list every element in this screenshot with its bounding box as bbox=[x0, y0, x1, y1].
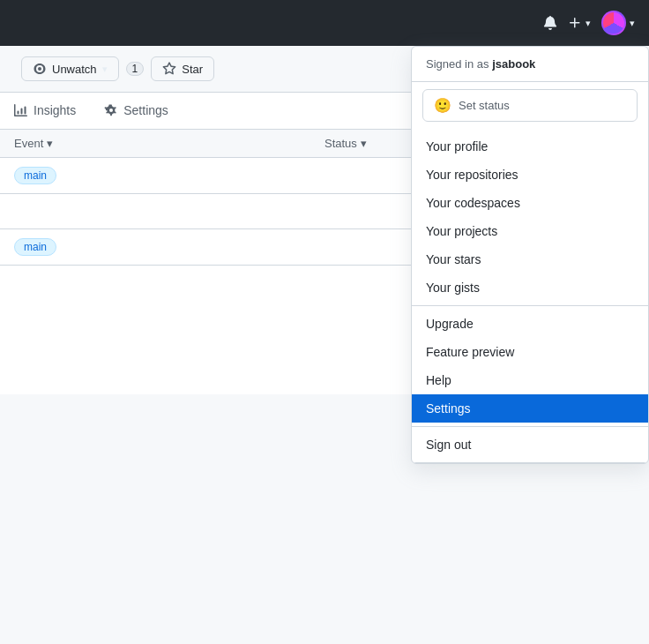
event-caret: ▾ bbox=[47, 137, 53, 150]
smiley-icon: 🙂 bbox=[434, 97, 451, 114]
user-menu-button[interactable]: ▾ bbox=[601, 11, 635, 35]
tab-insights-label: Insights bbox=[34, 103, 76, 117]
user-caret: ▾ bbox=[630, 18, 635, 29]
star-label: Star bbox=[182, 63, 203, 76]
tab-insights[interactable]: Insights bbox=[0, 93, 90, 130]
create-button[interactable]: ▾ bbox=[568, 16, 591, 30]
branch-tag: main bbox=[14, 238, 56, 256]
menu-item-your-codespaces[interactable]: Your codespaces bbox=[412, 189, 648, 217]
menu-item-feature-preview[interactable]: Feature preview bbox=[412, 338, 648, 366]
user-dropdown-menu: Signed in as jsabook 🙂 Set status Your p… bbox=[411, 46, 649, 464]
event-header-label: Event bbox=[14, 137, 43, 150]
top-navigation: ▾ ▾ bbox=[0, 0, 649, 46]
menu-item-your-profile[interactable]: Your profile bbox=[412, 132, 648, 161]
set-status-label: Set status bbox=[459, 99, 510, 112]
menu-item-your-stars[interactable]: Your stars bbox=[412, 245, 648, 273]
dropdown-section-1: Your profile Your repositories Your code… bbox=[412, 129, 648, 306]
menu-item-help[interactable]: Help bbox=[412, 366, 648, 394]
dropdown-section-3: Sign out bbox=[412, 427, 648, 463]
star-button[interactable]: Star bbox=[151, 56, 214, 81]
create-caret: ▾ bbox=[586, 18, 591, 29]
tab-settings-label: Settings bbox=[123, 103, 168, 117]
unwatch-label: Unwatch bbox=[52, 63, 97, 76]
status-header-label: Status bbox=[324, 137, 357, 150]
unwatch-button[interactable]: Unwatch ▾ bbox=[21, 56, 119, 81]
event-filter[interactable]: Event ▾ bbox=[14, 137, 324, 150]
notifications-button[interactable] bbox=[543, 16, 557, 30]
menu-item-upgrade[interactable]: Upgrade bbox=[412, 310, 648, 338]
dropdown-section-2: Upgrade Feature preview Help Settings bbox=[412, 306, 648, 427]
signed-in-header: Signed in as jsabook bbox=[412, 47, 648, 82]
signed-in-prefix: Signed in as bbox=[426, 57, 489, 71]
status-caret: ▾ bbox=[361, 137, 367, 150]
avatar bbox=[601, 11, 626, 35]
menu-item-settings[interactable]: Settings bbox=[412, 394, 648, 423]
unwatch-count: 1 bbox=[126, 62, 145, 76]
set-status-button[interactable]: 🙂 Set status bbox=[422, 89, 638, 122]
menu-item-your-gists[interactable]: Your gists bbox=[412, 273, 648, 302]
menu-item-your-projects[interactable]: Your projects bbox=[412, 217, 648, 245]
branch-tag: main bbox=[14, 167, 56, 184]
menu-item-your-repositories[interactable]: Your repositories bbox=[412, 161, 648, 189]
unwatch-caret: ▾ bbox=[102, 64, 108, 75]
menu-item-sign-out[interactable]: Sign out bbox=[412, 431, 648, 459]
username: jsabook bbox=[492, 57, 535, 71]
tab-settings[interactable]: Settings bbox=[90, 93, 183, 130]
